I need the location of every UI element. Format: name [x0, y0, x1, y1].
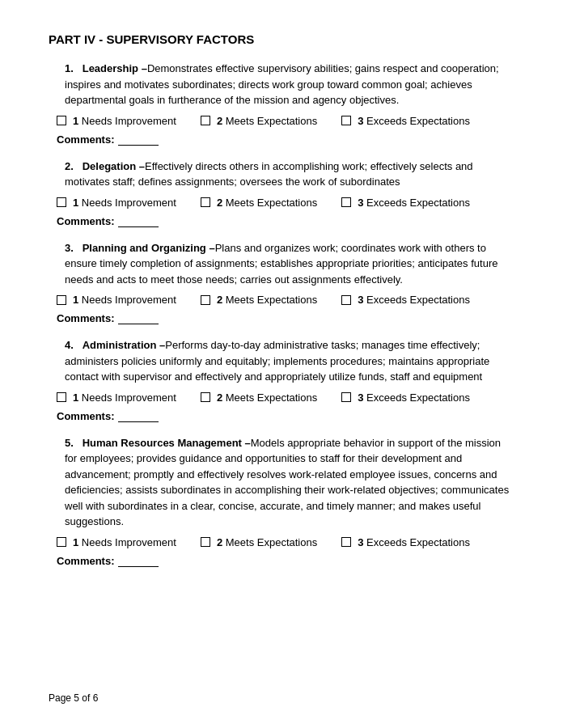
checkbox-2-label: 2 Meets Expectations — [217, 115, 317, 127]
section-1-checkbox-3[interactable]: 3 Exceeds Expectations — [341, 115, 470, 127]
section-3-checkbox-1[interactable]: 1 Needs Improvement — [57, 294, 176, 306]
section-2-checkbox-2[interactable]: 2 Meets Expectations — [201, 197, 317, 209]
section-1-text: 1. Leadership –Demonstrates effective su… — [65, 61, 514, 108]
checkbox-7-label: 1 Needs Improvement — [73, 294, 176, 306]
section-3-text: 3. Planning and Organizing –Plans and or… — [65, 240, 514, 288]
section-2-comments: Comments: — [57, 215, 514, 227]
comments-label-5: Comments: — [57, 555, 115, 567]
section-1-number: 1. — [65, 62, 74, 74]
section-4-checkbox-3[interactable]: 3 Exceeds Expectations — [341, 392, 470, 404]
section-5-checkboxes: 1 Needs Improvement 2 Meets Expectations… — [57, 536, 514, 548]
comments-line-1 — [118, 145, 159, 146]
comments-label-3: Comments: — [57, 312, 115, 324]
section-2-checkboxes: 1 Needs Improvement 2 Meets Expectations… — [57, 197, 514, 209]
comments-line-2 — [118, 226, 159, 227]
section-3-checkboxes: 1 Needs Improvement 2 Meets Expectations… — [57, 294, 514, 306]
checkbox-8-box[interactable] — [201, 295, 210, 305]
checkbox-11-box[interactable] — [201, 392, 210, 402]
comments-line-3 — [118, 324, 159, 324]
checkbox-15-label: 3 Exceeds Expectations — [358, 536, 470, 548]
checkbox-12-label: 3 Exceeds Expectations — [358, 392, 470, 404]
checkbox-8-label: 2 Meets Expectations — [217, 294, 317, 306]
section-5-text: 5. Human Resources Management –Models ap… — [65, 435, 514, 530]
section-1-checkbox-2[interactable]: 2 Meets Expectations — [201, 115, 317, 127]
section-3-title: Planning and Organizing – — [83, 242, 215, 254]
section-5-comments: Comments: — [57, 555, 514, 567]
checkbox-15-box[interactable] — [341, 537, 351, 547]
section-5-checkbox-3[interactable]: 3 Exceeds Expectations — [341, 536, 470, 548]
section-4-text: 4. Administration –Performs day-to-day a… — [65, 337, 514, 385]
section-1-title: Leadership – — [83, 62, 147, 74]
section-2-checkbox-3[interactable]: 3 Exceeds Expectations — [341, 197, 470, 209]
section-3-comments: Comments: — [57, 312, 514, 324]
checkbox-6-label: 3 Exceeds Expectations — [358, 197, 470, 209]
checkbox-3-box[interactable] — [341, 116, 351, 125]
comments-line-4 — [118, 421, 159, 422]
comments-label-2: Comments: — [57, 215, 115, 227]
section-5-desc: Models appropriate behavior in support o… — [65, 437, 509, 528]
section-1-checkboxes: 1 Needs Improvement 2 Meets Expectations… — [57, 115, 514, 127]
checkbox-7-box[interactable] — [57, 295, 66, 305]
checkbox-12-box[interactable] — [341, 392, 351, 402]
section-3-checkbox-3[interactable]: 3 Exceeds Expectations — [341, 294, 470, 306]
section-3-checkbox-2[interactable]: 2 Meets Expectations — [201, 294, 317, 306]
section-4-title: Administration – — [83, 339, 166, 351]
checkbox-6-box[interactable] — [341, 197, 351, 207]
comments-label-1: Comments: — [57, 133, 115, 146]
checkbox-9-box[interactable] — [341, 295, 351, 305]
section-3: 3. Planning and Organizing –Plans and or… — [49, 240, 514, 325]
checkbox-2-box[interactable] — [201, 116, 210, 125]
section-4-comments: Comments: — [57, 410, 514, 422]
comments-line-5 — [118, 566, 159, 567]
checkbox-3-label: 3 Exceeds Expectations — [358, 115, 470, 127]
comments-label-4: Comments: — [57, 410, 115, 422]
section-5-title: Human Resources Management – — [83, 437, 251, 449]
checkbox-4-box[interactable] — [57, 197, 66, 207]
section-4-number: 4. — [65, 339, 74, 351]
checkbox-10-box[interactable] — [57, 392, 66, 402]
checkbox-14-box[interactable] — [201, 537, 210, 547]
checkbox-11-label: 2 Meets Expectations — [217, 392, 317, 404]
section-2-text: 2. Delegation –Effectively directs other… — [65, 159, 514, 190]
section-5-number: 5. — [65, 437, 74, 449]
checkbox-5-label: 2 Meets Expectations — [217, 197, 317, 209]
section-4-checkboxes: 1 Needs Improvement 2 Meets Expectations… — [57, 392, 514, 404]
section-1-comments: Comments: — [57, 133, 514, 146]
checkbox-5-box[interactable] — [201, 197, 210, 207]
section-5-checkbox-2[interactable]: 2 Meets Expectations — [201, 536, 317, 548]
section-2: 2. Delegation –Effectively directs other… — [49, 159, 514, 227]
checkbox-13-box[interactable] — [57, 537, 66, 547]
section-4: 4. Administration –Performs day-to-day a… — [49, 337, 514, 422]
checkbox-10-label: 1 Needs Improvement — [73, 392, 176, 404]
section-5: 5. Human Resources Management –Models ap… — [49, 435, 514, 567]
checkbox-4-label: 1 Needs Improvement — [73, 197, 176, 209]
checkbox-1-box[interactable] — [57, 116, 66, 125]
section-2-title: Delegation – — [83, 160, 145, 172]
checkbox-14-label: 2 Meets Expectations — [217, 536, 317, 548]
section-4-checkbox-2[interactable]: 2 Meets Expectations — [201, 392, 317, 404]
page-title: PART IV - SUPERVISORY FACTORS — [49, 32, 514, 46]
section-3-number: 3. — [65, 242, 74, 254]
page-footer: Page 5 of 6 — [49, 692, 98, 704]
section-2-number: 2. — [65, 160, 74, 172]
section-2-checkbox-1[interactable]: 1 Needs Improvement — [57, 197, 176, 209]
section-5-checkbox-1[interactable]: 1 Needs Improvement — [57, 536, 176, 548]
checkbox-13-label: 1 Needs Improvement — [73, 536, 176, 548]
section-1: 1. Leadership –Demonstrates effective su… — [49, 61, 514, 146]
section-1-checkbox-1[interactable]: 1 Needs Improvement — [57, 115, 176, 127]
section-4-checkbox-1[interactable]: 1 Needs Improvement — [57, 392, 176, 404]
checkbox-9-label: 3 Exceeds Expectations — [358, 294, 470, 306]
checkbox-1-label: 1 Needs Improvement — [73, 115, 176, 127]
